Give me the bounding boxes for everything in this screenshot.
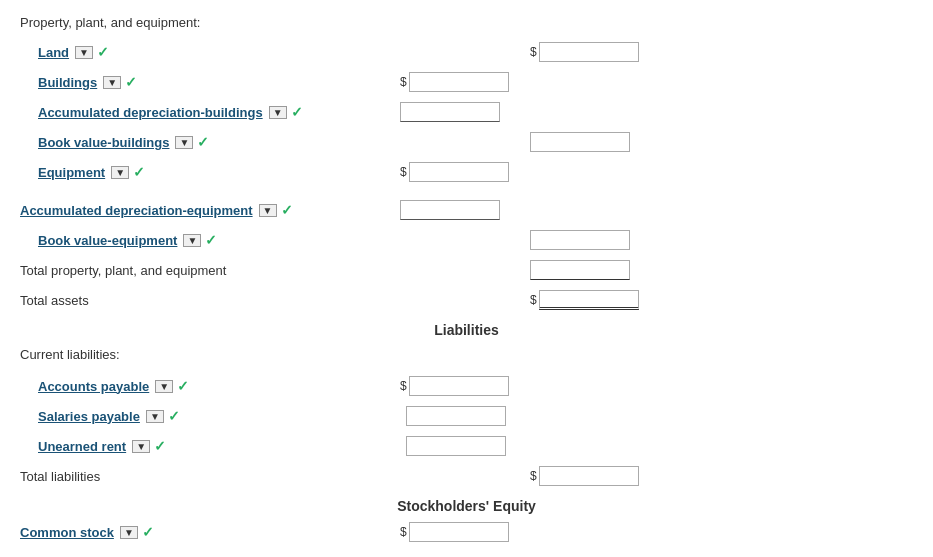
- common-stock-label: Common stock ▼ ✓: [20, 524, 400, 540]
- accounts-payable-label: Accounts payable ▼ ✓: [20, 378, 400, 394]
- common-stock-dropdown[interactable]: Common stock: [20, 525, 114, 540]
- accounts-payable-input[interactable]: [409, 376, 509, 396]
- accum-dep-equip-arrow[interactable]: ▼: [259, 204, 277, 217]
- unearned-rent-dropdown[interactable]: Unearned rent: [38, 439, 126, 454]
- accounts-payable-input-group: $: [400, 376, 509, 396]
- total-assets-input-group: $: [530, 290, 639, 310]
- salaries-payable-input-group: [406, 406, 506, 426]
- equipment-check: ✓: [133, 164, 145, 180]
- accounts-payable-arrow[interactable]: ▼: [155, 380, 173, 393]
- bv-buildings-check: ✓: [197, 134, 209, 150]
- total-liabilities-input[interactable]: [539, 466, 639, 486]
- accum-dep-equip-check: ✓: [281, 202, 293, 218]
- bv-equip-arrow[interactable]: ▼: [183, 234, 201, 247]
- total-ppe-input-group: [530, 260, 630, 280]
- accounts-payable-check: ✓: [177, 378, 189, 394]
- common-stock-arrow[interactable]: ▼: [120, 526, 138, 539]
- equipment-input-col1[interactable]: [409, 162, 509, 182]
- land-row-label: Land ▼ ✓: [20, 44, 400, 60]
- accum-dep-buildings-arrow[interactable]: ▼: [269, 106, 287, 119]
- accum-dep-equip-col1-group: [400, 200, 500, 220]
- land-check: ✓: [97, 44, 109, 60]
- total-ppe-input[interactable]: [530, 260, 630, 280]
- bv-buildings-label: Book value-buildings ▼ ✓: [20, 134, 400, 150]
- buildings-col1-group: $: [400, 72, 509, 92]
- buildings-check: ✓: [125, 74, 137, 90]
- accum-dep-equip-dropdown[interactable]: Accumulated depreciation-equipment: [20, 203, 253, 218]
- ppe-section-label: Property, plant, and equipment:: [20, 15, 400, 30]
- bv-equip-label: Book value-equipment ▼ ✓: [20, 232, 400, 248]
- equipment-col1-group: $: [400, 162, 509, 182]
- land-col2-group: $: [530, 42, 639, 62]
- accum-dep-buildings-dropdown[interactable]: Accumulated depreciation-buildings: [38, 105, 263, 120]
- buildings-dropdown[interactable]: Buildings: [38, 75, 97, 90]
- total-assets-label: Total assets: [20, 293, 400, 308]
- unearned-rent-check: ✓: [154, 438, 166, 454]
- common-stock-input[interactable]: [409, 522, 509, 542]
- current-liabilities-label: Current liabilities:: [20, 347, 400, 366]
- accounts-payable-dropdown[interactable]: Accounts payable: [38, 379, 149, 394]
- equity-header: Stockholders' Equity: [20, 498, 913, 514]
- land-input-col2[interactable]: [539, 42, 639, 62]
- unearned-rent-input[interactable]: [406, 436, 506, 456]
- equipment-arrow[interactable]: ▼: [111, 166, 129, 179]
- total-assets-input[interactable]: [539, 290, 639, 310]
- bv-buildings-arrow[interactable]: ▼: [175, 136, 193, 149]
- bv-equip-col2-group: [530, 230, 630, 250]
- accum-dep-equip-input[interactable]: [400, 200, 500, 220]
- bv-buildings-col2-group: [530, 132, 630, 152]
- total-liabilities-input-group: $: [530, 466, 639, 486]
- land-arrow[interactable]: ▼: [75, 46, 93, 59]
- salaries-payable-check: ✓: [168, 408, 180, 424]
- bv-buildings-dropdown[interactable]: Book value-buildings: [38, 135, 169, 150]
- accum-dep-buildings-col1-group: [400, 102, 500, 122]
- salaries-payable-dropdown[interactable]: Salaries payable: [38, 409, 140, 424]
- liabilities-header: Liabilities: [20, 322, 913, 338]
- accum-dep-buildings-check: ✓: [291, 104, 303, 120]
- bv-equip-input[interactable]: [530, 230, 630, 250]
- accum-dep-buildings-label: Accumulated depreciation-buildings ▼ ✓: [20, 104, 400, 120]
- buildings-row-label: Buildings ▼ ✓: [20, 74, 400, 90]
- unearned-rent-label: Unearned rent ▼ ✓: [20, 438, 400, 454]
- salaries-payable-arrow[interactable]: ▼: [146, 410, 164, 423]
- total-liabilities-label: Total liabilities: [20, 469, 400, 484]
- accum-dep-equip-label: Accumulated depreciation-equipment ▼ ✓: [20, 202, 400, 218]
- equipment-label: Equipment ▼ ✓: [20, 164, 400, 180]
- equipment-dropdown[interactable]: Equipment: [38, 165, 105, 180]
- land-dropdown[interactable]: Land: [38, 45, 69, 60]
- total-ppe-label: Total property, plant, and equipment: [20, 263, 400, 278]
- salaries-payable-input[interactable]: [406, 406, 506, 426]
- unearned-rent-arrow[interactable]: ▼: [132, 440, 150, 453]
- common-stock-check: ✓: [142, 524, 154, 540]
- common-stock-input-group: $: [400, 522, 509, 542]
- accum-dep-buildings-input[interactable]: [400, 102, 500, 122]
- bv-equip-dropdown[interactable]: Book value-equipment: [38, 233, 177, 248]
- bv-equip-check: ✓: [205, 232, 217, 248]
- unearned-rent-input-group: [406, 436, 506, 456]
- salaries-payable-label: Salaries payable ▼ ✓: [20, 408, 400, 424]
- buildings-input-col1[interactable]: [409, 72, 509, 92]
- bv-buildings-input[interactable]: [530, 132, 630, 152]
- buildings-arrow[interactable]: ▼: [103, 76, 121, 89]
